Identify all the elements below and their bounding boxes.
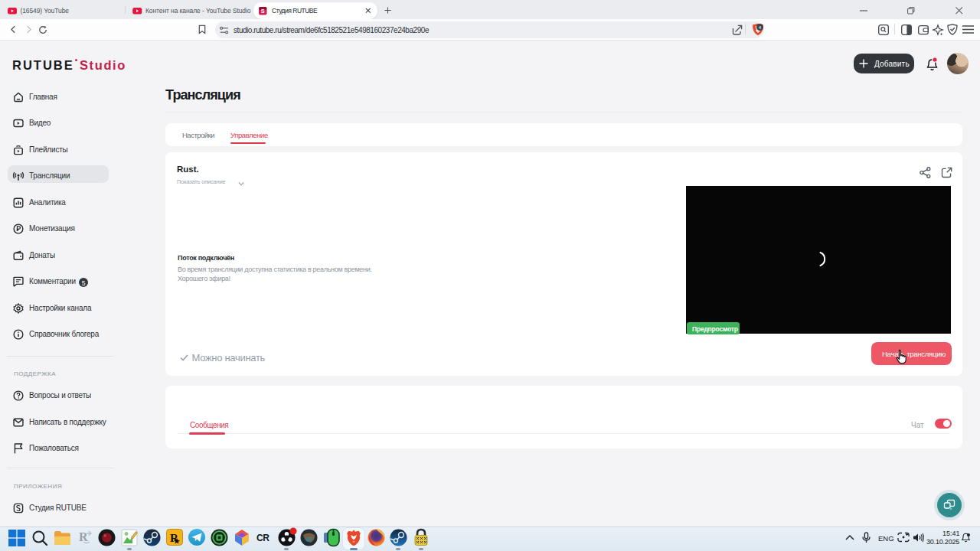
svg-text:R: R	[79, 530, 88, 543]
svg-text:4: 4	[759, 24, 762, 30]
svg-text:S: S	[261, 8, 265, 15]
